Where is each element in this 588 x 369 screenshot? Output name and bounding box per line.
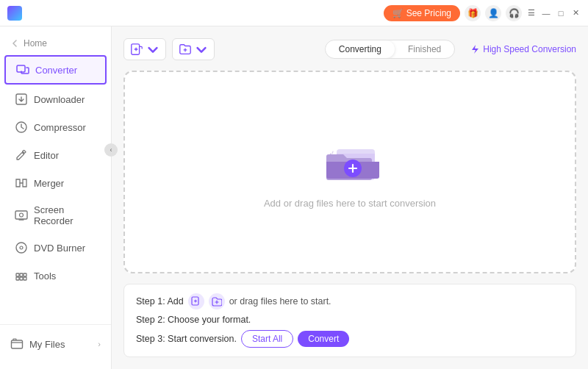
screen-recorder-icon bbox=[15, 209, 28, 222]
svg-point-6 bbox=[20, 246, 23, 249]
app-icon bbox=[7, 6, 22, 21]
hamburger-icon[interactable]: ☰ bbox=[526, 8, 537, 18]
title-bar: 🛒 See Pricing 🎁 👤 🎧 ☰ — □ ✕ bbox=[0, 0, 588, 26]
step-add-file-icon bbox=[188, 293, 204, 309]
add-file-button[interactable] bbox=[123, 38, 166, 60]
screen-recorder-label: Screen Recorder bbox=[34, 204, 96, 226]
sidebar-item-downloader[interactable]: Downloader bbox=[4, 86, 107, 112]
chevron-down-icon-2 bbox=[195, 43, 208, 56]
tools-icon bbox=[15, 269, 28, 282]
step-convert-button[interactable]: Convert bbox=[298, 331, 349, 347]
compressor-label: Compressor bbox=[34, 122, 86, 133]
step-1-row: Step 1: Add or drag files here to start. bbox=[136, 293, 564, 309]
dvd-burner-icon bbox=[15, 241, 28, 254]
sidebar-item-editor[interactable]: Editor bbox=[4, 142, 107, 168]
tab-group: Converting Finished bbox=[325, 40, 455, 59]
my-files-arrow: › bbox=[98, 340, 101, 348]
step-2-label: Step 2: Choose your format. bbox=[136, 315, 251, 325]
my-files-icon bbox=[10, 337, 24, 351]
svg-point-5 bbox=[16, 243, 26, 253]
converter-label: Converter bbox=[35, 65, 77, 76]
svg-point-4 bbox=[20, 213, 24, 217]
sidebar-item-my-files[interactable]: My Files › bbox=[0, 331, 111, 357]
sidebar-item-home[interactable]: Home bbox=[0, 32, 111, 54]
minimize-icon[interactable]: — bbox=[541, 8, 551, 18]
see-pricing-label: See Pricing bbox=[406, 8, 451, 18]
sidebar-item-merger[interactable]: Merger bbox=[4, 170, 107, 196]
downloader-icon bbox=[15, 93, 28, 106]
add-folder-button[interactable] bbox=[172, 38, 215, 60]
step-start-all-button[interactable]: Start All bbox=[241, 330, 293, 348]
svg-rect-7 bbox=[16, 273, 19, 276]
headset-icon[interactable]: 🎧 bbox=[506, 5, 522, 21]
my-files-label: My Files bbox=[29, 339, 65, 350]
collapse-sidebar-button[interactable]: ‹ bbox=[104, 143, 118, 157]
tools-label: Tools bbox=[34, 271, 56, 282]
user-icon[interactable]: 👤 bbox=[485, 5, 501, 21]
title-bar-right: 🛒 See Pricing 🎁 👤 🎧 ☰ — □ ✕ bbox=[384, 5, 581, 21]
editor-label: Editor bbox=[34, 150, 59, 161]
svg-rect-13 bbox=[12, 340, 23, 348]
step-3-label: Step 3: Start conversion. bbox=[136, 334, 237, 344]
tab-converting[interactable]: Converting bbox=[326, 40, 395, 58]
step-3-row: Step 3: Start conversion. Start All Conv… bbox=[136, 330, 564, 348]
drop-zone-text: Add or drag files here to start conversi… bbox=[264, 198, 436, 209]
step-add-folder-icon bbox=[209, 293, 225, 309]
high-speed-label: High Speed Conversion bbox=[483, 44, 576, 54]
step-1-suffix: or drag files here to start. bbox=[229, 296, 331, 307]
converter-icon bbox=[16, 63, 29, 76]
svg-rect-3 bbox=[15, 211, 27, 219]
home-label: Home bbox=[24, 38, 47, 49]
add-file-icon bbox=[130, 43, 143, 56]
svg-rect-8 bbox=[20, 273, 23, 276]
svg-rect-9 bbox=[24, 273, 26, 276]
high-speed-conversion: High Speed Conversion bbox=[470, 44, 576, 54]
downloader-label: Downloader bbox=[34, 94, 85, 105]
folder-illustration bbox=[320, 136, 379, 187]
cart-icon: 🛒 bbox=[392, 8, 404, 18]
drop-zone[interactable]: Add or drag files here to start conversi… bbox=[123, 71, 576, 273]
svg-rect-10 bbox=[16, 277, 19, 280]
merger-label: Merger bbox=[34, 178, 64, 189]
sidebar: Home Converter Downloader bbox=[0, 26, 112, 369]
chevron-down-icon bbox=[146, 43, 159, 56]
sidebar-item-compressor[interactable]: Compressor bbox=[4, 114, 107, 140]
content-area: Converting Finished High Speed Conversio… bbox=[112, 26, 588, 369]
tab-finished[interactable]: Finished bbox=[395, 40, 454, 58]
maximize-icon[interactable]: □ bbox=[556, 8, 566, 18]
see-pricing-button[interactable]: 🛒 See Pricing bbox=[384, 5, 460, 21]
toolbar: Converting Finished High Speed Conversio… bbox=[123, 38, 576, 60]
compressor-icon bbox=[15, 121, 28, 134]
svg-rect-11 bbox=[20, 277, 23, 280]
gift-icon[interactable]: 🎁 bbox=[465, 5, 481, 21]
editor-icon bbox=[15, 148, 28, 162]
sidebar-item-dvd-burner[interactable]: DVD Burner bbox=[4, 234, 107, 261]
main-layout: Home Converter Downloader bbox=[0, 26, 588, 369]
step-1-label: Step 1: Add bbox=[136, 296, 184, 307]
add-folder-icon bbox=[179, 43, 192, 56]
step-2-row: Step 2: Choose your format. bbox=[136, 315, 564, 325]
sidebar-bottom: My Files › bbox=[0, 324, 111, 363]
close-icon[interactable]: ✕ bbox=[570, 8, 581, 18]
svg-rect-12 bbox=[24, 277, 26, 280]
lightning-icon bbox=[470, 44, 480, 54]
merger-icon bbox=[15, 176, 28, 190]
chevron-left-icon bbox=[10, 39, 19, 48]
title-bar-left bbox=[7, 6, 22, 21]
steps-area: Step 1: Add or drag files here to start. bbox=[123, 284, 576, 357]
sidebar-item-screen-recorder[interactable]: Screen Recorder bbox=[4, 198, 107, 233]
sidebar-item-converter[interactable]: Converter bbox=[4, 55, 107, 85]
dvd-burner-label: DVD Burner bbox=[34, 243, 85, 254]
sidebar-item-tools[interactable]: Tools bbox=[4, 262, 107, 289]
